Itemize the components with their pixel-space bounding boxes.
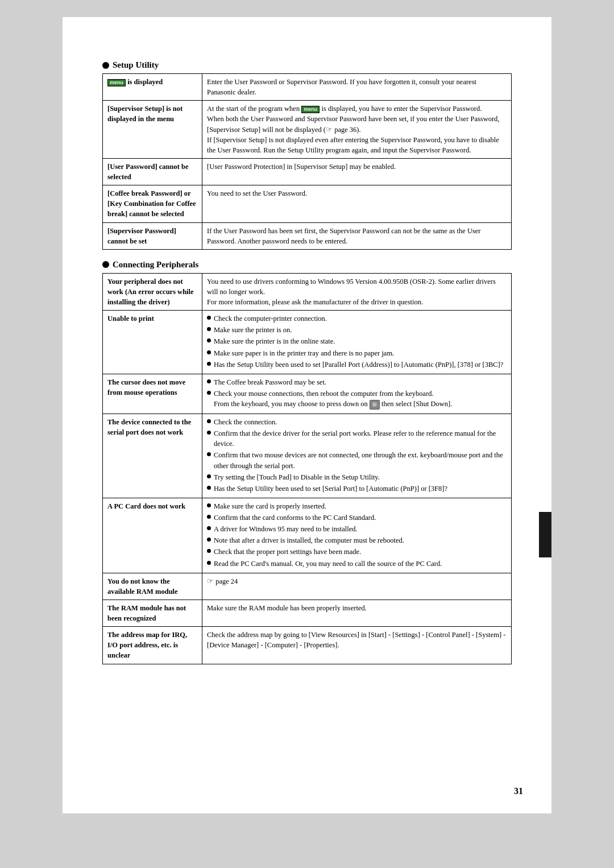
bullet-text: A driver for Windows 95 may need to be i…	[214, 524, 358, 534]
table-row: The device connected to the serial port …	[103, 414, 512, 498]
solution-cell: The Coffee break Password may be set. Ch…	[202, 374, 512, 414]
bullet-text: The Coffee break Password may be set.	[214, 377, 326, 387]
bullet-dot	[207, 316, 211, 320]
solution-cell: Make sure the card is properly inserted.…	[202, 498, 512, 573]
bullet-dot	[207, 503, 211, 507]
table-row: You do not know the available RAM module…	[103, 573, 512, 600]
solution-cell: Check the address map by going to [View …	[202, 627, 512, 664]
list-item: Check your mouse connections, then reboo…	[207, 388, 507, 410]
problem-cell: The RAM module has not been recognized	[103, 600, 202, 626]
solution-bullets: Check the connection. Confirm that the d…	[207, 417, 507, 494]
list-item: Make sure paper is in the printer tray a…	[207, 348, 507, 358]
bullet-dot	[207, 549, 211, 553]
solution-cell: If the User Password has been set first,…	[202, 222, 512, 249]
list-item: Has the Setup Utility been used to set […	[207, 483, 507, 494]
list-item: Confirm that the device driver for the s…	[207, 428, 507, 449]
bullet-text: Check the connection.	[214, 417, 277, 427]
bullet-dot	[207, 327, 211, 331]
solution-cell: [User Password Protection] in [Superviso…	[202, 158, 512, 185]
bullet-text: Confirm that two mouse devices are not c…	[214, 450, 507, 470]
list-item: Has the Setup Utility been used to set […	[207, 359, 507, 370]
bullet-dot	[207, 338, 211, 342]
keyboard-icon: ⊞	[370, 400, 380, 410]
bullet-text: Check that the proper port settings have…	[214, 547, 361, 557]
table-row: The RAM module has not been recognized M…	[103, 600, 512, 626]
list-item: Read the PC Card's manual. Or, you may n…	[207, 559, 507, 569]
bullet-text: Has the Setup Utility been used to set […	[214, 359, 503, 370]
setup-utility-title: Setup Utility	[113, 60, 159, 70]
list-item: A driver for Windows 95 may need to be i…	[207, 524, 507, 534]
table-row: [User Password] cannot be selected [User…	[103, 158, 512, 185]
problem-cell: The address map for IRQ, I/O port addres…	[103, 627, 202, 664]
bullet-text: Check your mouse connections, then reboo…	[214, 388, 452, 410]
problem-cell: Unable to print	[103, 311, 202, 374]
bullet-dot	[207, 526, 211, 530]
problem-label: is displayed	[127, 78, 163, 86]
bullet-text: Has the Setup Utility been used to set […	[214, 483, 447, 494]
table-row: A PC Card does not work Make sure the ca…	[103, 498, 512, 573]
bullet-dot	[207, 350, 211, 354]
list-item: Confirm that the card conforms to the PC…	[207, 512, 507, 523]
tab-marker	[539, 512, 551, 557]
list-item: Check that the proper port settings have…	[207, 547, 507, 557]
connecting-peripherals-table: Your peripheral does not work (An error …	[102, 273, 512, 664]
bullet-dot	[207, 362, 211, 366]
problem-cell: [User Password] cannot be selected	[103, 158, 202, 185]
list-item: The Coffee break Password may be set.	[207, 377, 507, 387]
solution-cell: Enter the User Password or Supervisor Pa…	[202, 74, 512, 101]
problem-cell: Your peripheral does not work (An error …	[103, 273, 202, 310]
bullet-dot	[207, 431, 211, 435]
bullet-dot	[207, 419, 211, 423]
list-item: Make sure the printer is in the online s…	[207, 336, 507, 346]
solution-bullets: The Coffee break Password may be set. Ch…	[207, 377, 507, 410]
bullet-text: Confirm that the card conforms to the PC…	[214, 512, 376, 523]
problem-cell: [Supervisor Password] cannot be set	[103, 222, 202, 249]
page: Setup Utility menu is displayed Enter th…	[63, 17, 551, 813]
problem-cell: [Supervisor Setup] is not displayed in t…	[103, 101, 202, 159]
list-item: Try setting the [Touch Pad] to Disable i…	[207, 472, 507, 482]
problem-cell: The cursor does not move from mouse oper…	[103, 374, 202, 414]
bullet-dot	[207, 538, 211, 542]
solution-cell: ☞ page 24	[202, 573, 512, 600]
bullet-dot	[207, 452, 211, 456]
solution-cell: Check the connection. Confirm that the d…	[202, 414, 512, 498]
table-row: Your peripheral does not work (An error …	[103, 273, 512, 310]
list-item: Note that after a driver is installed, t…	[207, 535, 507, 545]
table-row: menu is displayed Enter the User Passwor…	[103, 74, 512, 101]
section-bullet-icon	[102, 62, 109, 69]
bullet-dot	[207, 486, 211, 490]
menu-icon-inline: menu	[301, 106, 320, 113]
bullet-text: Note that after a driver is installed, t…	[214, 535, 404, 545]
setup-utility-table: menu is displayed Enter the User Passwor…	[102, 73, 512, 250]
problem-cell: [Coffee break Password] or [Key Combinat…	[103, 185, 202, 222]
bullet-text: Confirm that the device driver for the s…	[214, 428, 507, 449]
problem-cell: The device connected to the serial port …	[103, 414, 202, 498]
bullet-text: Make sure the card is properly inserted.	[214, 501, 326, 511]
table-row: [Coffee break Password] or [Key Combinat…	[103, 185, 512, 222]
table-row: [Supervisor Setup] is not displayed in t…	[103, 101, 512, 159]
list-item: Make sure the printer is on.	[207, 325, 507, 335]
table-row: Unable to print Check the computer-print…	[103, 311, 512, 374]
menu-icon: menu	[107, 79, 126, 86]
bullet-text: Make sure the printer is in the online s…	[214, 336, 335, 346]
problem-cell: menu is displayed	[103, 74, 202, 101]
bullet-dot	[207, 391, 211, 395]
bullet-dot	[207, 515, 211, 519]
list-item: Confirm that two mouse devices are not c…	[207, 450, 507, 470]
connecting-peripherals-title: Connecting Peripherals	[113, 260, 198, 270]
bullet-dot	[207, 561, 211, 565]
bullet-dot	[207, 379, 211, 383]
solution-cell: At the start of the program when menu is…	[202, 101, 512, 159]
table-row: The address map for IRQ, I/O port addres…	[103, 627, 512, 664]
bullet-text: Make sure paper is in the printer tray a…	[214, 348, 394, 358]
table-row: The cursor does not move from mouse oper…	[103, 374, 512, 414]
bullet-text: Make sure the printer is on.	[214, 325, 292, 335]
list-item: Make sure the card is properly inserted.	[207, 501, 507, 511]
problem-cell: You do not know the available RAM module	[103, 573, 202, 600]
solution-cell: You need to use drivers conforming to Wi…	[202, 273, 512, 310]
bullet-text: Check the computer-printer connection.	[214, 313, 327, 324]
solution-cell: Make sure the RAM module has been proper…	[202, 600, 512, 626]
section-bullet-icon-2	[102, 261, 109, 268]
bullet-text: Try setting the [Touch Pad] to Disable i…	[214, 472, 380, 482]
solution-bullets: Check the computer-printer connection. M…	[207, 313, 507, 370]
